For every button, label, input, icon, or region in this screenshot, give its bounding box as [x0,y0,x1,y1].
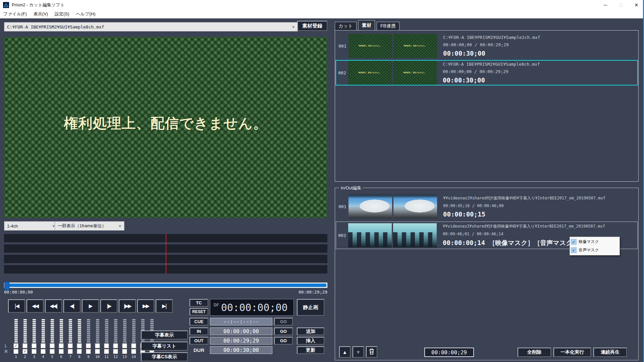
tab-0[interactable]: カット [335,22,357,30]
channel-11-l-checkbox[interactable] [104,343,109,348]
out-go-button[interactable]: GO [274,337,293,345]
display-mode-combo[interactable]: 一部表示（1frame単位） ∨ [55,221,124,231]
seek-handle[interactable] [4,282,9,290]
step-back-button[interactable]: ◀| [63,299,80,313]
move-up-button[interactable]: ▲ [339,346,351,358]
play-button[interactable]: ▶ [82,299,99,313]
meter-channel-12 [114,317,117,343]
channel-select-combo[interactable]: 1-4ch ∨ [4,221,58,231]
tab-2[interactable]: FB連携 [377,22,399,30]
insert-button[interactable]: 挿入 [297,337,324,345]
cue-go-button[interactable]: GO [274,318,293,325]
frame-forward-button[interactable]: |▶▶ [119,299,136,313]
seek-start-time: 00:00:00;00 [4,290,33,295]
frame-rewind-button[interactable]: ◀◀| [45,299,62,313]
playhead-line[interactable] [166,234,166,274]
cue-button[interactable]: CUE [190,318,208,325]
in-go-button[interactable]: GO [274,327,293,335]
meter-channel-4 [42,317,45,343]
channel-11-r-checkbox[interactable] [104,349,109,354]
channel-2-l-checkbox[interactable] [22,343,28,348]
menu-item-3[interactable]: ヘルプ(H) [73,11,99,17]
update-button[interactable]: 更新 [297,346,324,354]
channel-1-l-checkbox[interactable]: ✓ [13,343,18,348]
still-image-button[interactable]: 静止画 [297,299,324,316]
tab-1[interactable]: 素材 [358,20,375,30]
channel-10-r-checkbox[interactable] [95,349,100,354]
channel-8-r-checkbox[interactable] [77,349,82,354]
channel-3-r-checkbox[interactable] [32,349,37,354]
menu-item-2[interactable]: 設定(S) [51,11,72,17]
channel-9-r-checkbox[interactable] [86,349,91,354]
channel-1-r-checkbox[interactable] [13,349,18,354]
fast-forward-button[interactable]: ▶▶ [137,299,154,313]
tc-button[interactable]: TC [190,299,208,307]
maximize-button[interactable]: □ [613,0,629,10]
register-material-button[interactable]: 素材登録 [297,21,327,31]
goto-start-button[interactable]: |◀ [8,299,25,313]
menu-item-1[interactable]: 表示(V) [30,11,51,17]
channel-select-value: 1-4ch [7,224,18,229]
channel-number: 13 [122,355,127,359]
step-forward-button[interactable]: |▶ [100,299,117,313]
channel-9-l-checkbox[interactable] [86,343,91,348]
row-number: 002 [336,70,348,75]
channel-13-l-checkbox[interactable] [122,343,127,348]
channel-6-l-checkbox[interactable] [59,343,64,348]
channel-4-l-checkbox[interactable] [41,343,46,348]
title-bar: Prism2 - カット編集ソフト ─ □ ✕ [0,0,644,10]
context-menu-item-0[interactable]: ✓映像マスク [570,238,620,246]
continuous-play-button[interactable]: 連続再生 [593,348,627,357]
flatten-execute-button[interactable]: 一本化実行 [553,348,591,357]
inout-edit-label: In/Out編集 [339,185,363,191]
channel-10-l-checkbox[interactable] [95,343,100,348]
channel-number: 12 [113,355,118,359]
channel-7-l-checkbox[interactable] [68,343,73,348]
channel-14-l-checkbox[interactable] [131,343,136,348]
channel-13-r-checkbox[interactable] [122,349,127,354]
channel-3-l-checkbox[interactable] [32,343,37,348]
waveform-panel[interactable] [4,234,327,274]
rewind-button[interactable]: ◀◀ [26,299,44,313]
out-button[interactable]: OUT [190,337,208,345]
goto-end-button[interactable]: ▶| [156,299,173,313]
channel-8-l-checkbox[interactable] [77,343,82,348]
seek-bar[interactable] [4,283,327,288]
context-menu-item-1[interactable]: ✓音声マスク [570,246,620,254]
move-down-button[interactable]: ▼ [353,346,364,358]
channel-number: 1 [15,355,17,359]
meter-channel-3 [33,317,36,343]
clip-path: ¥¥videonas3¥shared¥評価用映像¥HD¥字幕入り¥InterBE… [443,195,605,201]
subtitle-display-button[interactable]: 字幕表示 [141,330,188,340]
channel-14-r-checkbox[interactable] [131,349,136,354]
channel-12-r-checkbox[interactable] [113,349,118,354]
delete-item-button[interactable] [366,346,377,358]
clip-range: 00:00:45;16 / 00:00:46;00 [443,203,605,208]
list-item[interactable]: 002権利処理上、配信できません。権利処理上、配信できません。C:¥FOR-A … [335,60,638,85]
list-item[interactable]: 001¥¥videonas3¥shared¥評価用映像¥HD¥字幕入り¥Inte… [336,193,637,220]
channel-6-r-checkbox[interactable] [59,349,64,354]
reset-button[interactable]: RESET [190,308,208,315]
append-button[interactable]: 追加 [297,327,324,335]
subtitle-cs-button[interactable]: 字幕CS表示 [141,352,188,361]
menu-item-0[interactable]: ファイル(F) [0,11,30,17]
out-timecode-display: 00:00:29;29 [210,337,272,345]
channel-12-l-checkbox[interactable] [113,343,118,348]
channel-4-r-checkbox[interactable] [41,349,46,354]
list-item[interactable]: 001権利処理上、配信できません。権利処理上、配信できません。C:¥FOR-A … [336,33,637,59]
channel-5-l-checkbox[interactable] [50,343,55,348]
meter-channel-5 [51,317,54,343]
channel-7-r-checkbox[interactable] [68,349,73,354]
chevron-down-icon: ∨ [118,224,121,228]
delete-all-button[interactable]: 全削除 [518,348,551,357]
channel-2-r-checkbox[interactable]: ✓ [22,349,28,354]
meter-channel-9 [87,317,90,343]
minimize-button[interactable]: ─ [598,0,613,10]
channel-5-r-checkbox[interactable] [50,349,55,354]
trash-icon [369,348,375,356]
subtitle-list-button[interactable]: 字幕リスト [141,342,188,351]
close-button[interactable]: ✕ [629,0,644,10]
channel-number: 3 [33,355,35,359]
in-button[interactable]: IN [190,327,208,335]
source-file-combo[interactable]: C:¥FOR-A IBE¥PRISM2¥GUI¥Sample8ch.mxf ∨ [4,22,298,32]
